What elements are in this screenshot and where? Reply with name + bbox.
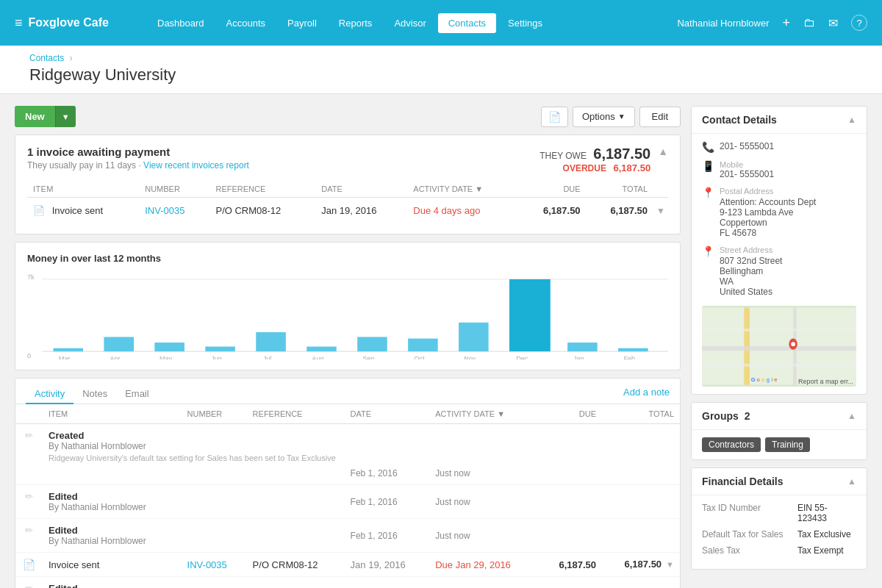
nav-settings[interactable]: Settings — [498, 13, 553, 33]
nav-dashboard[interactable]: Dashboard — [147, 13, 215, 33]
nav-payroll[interactable]: Payroll — [277, 13, 327, 33]
overdue-amount: 6,187.50 — [614, 162, 651, 173]
invoice-row-expand-2[interactable]: ▼ — [666, 560, 674, 569]
nav-accounts[interactable]: Accounts — [216, 13, 276, 33]
activity-item-title: Edited — [49, 583, 176, 588]
invoice-row-expand[interactable]: ▼ — [656, 206, 665, 216]
nav-advisor[interactable]: Advisor — [384, 13, 436, 33]
group-contractors[interactable]: Contractors — [702, 437, 761, 452]
tab-email[interactable]: Email — [116, 384, 158, 404]
activity-item-title: Created — [49, 430, 674, 441]
fin-label-tax-id: Tax ID Number — [702, 503, 797, 523]
options-button[interactable]: Options ▼ — [573, 107, 635, 127]
svg-rect-11 — [408, 339, 438, 351]
invoice-awaiting-title: 1 invoice awaiting payment — [27, 146, 249, 158]
they-owe-label: THEY OWE — [539, 151, 587, 161]
tab-notes[interactable]: Notes — [74, 384, 116, 404]
nav-right: Nathanial Hornblower + 🗀 ✉ ? — [677, 15, 867, 31]
activity-invoice-label: Invoice sent — [49, 559, 99, 570]
street-label: Street Address — [720, 245, 782, 254]
chart-svg: 7k 0 — [27, 271, 668, 359]
app-logo[interactable]: ≡ Foxglove Cafe — [15, 15, 132, 31]
nav-add-icon[interactable]: + — [782, 15, 790, 31]
nav-user[interactable]: Nathanial Hornblower — [677, 18, 769, 29]
svg-rect-8 — [256, 332, 286, 351]
invoice-activity-date: Due 4 days ago — [407, 198, 519, 224]
activity-item-desc: Ridgeway University's default tax settin… — [49, 453, 674, 462]
svg-text:Jul: Jul — [263, 354, 272, 359]
add-note-link[interactable]: Add a note — [623, 387, 670, 401]
fin-label-default-tax: Default Tax for Sales — [702, 529, 797, 539]
nav-mail-icon[interactable]: ✉ — [828, 16, 838, 30]
right-panel: Contact Details ▲ 📞 201- 5555001 📱 Mobil… — [691, 106, 867, 588]
svg-text:Oct: Oct — [414, 354, 425, 359]
svg-text:g: g — [767, 376, 770, 383]
street-line-1: 807 32nd Street — [720, 256, 782, 266]
table-row: 📄 Invoice sent INV-0035 P/O CRM08-12 Jan… — [27, 198, 668, 224]
invoice-number-link[interactable]: INV-0035 — [145, 205, 184, 216]
col-reference: REFERENCE — [209, 181, 315, 198]
edit-button[interactable]: Edit — [639, 107, 681, 127]
nav-contacts[interactable]: Contacts — [438, 13, 496, 33]
activity-tabs-bar: Activity Notes Email Add a note — [15, 379, 680, 404]
nav-reports[interactable]: Reports — [329, 13, 383, 33]
col-total: TOTAL — [587, 181, 653, 198]
invoice-table: ITEM NUMBER REFERENCE DATE ACTIVITY DATE… — [27, 181, 668, 223]
right-buttons: 📄 Options ▼ Edit — [541, 107, 681, 127]
svg-text:Dec: Dec — [516, 354, 528, 359]
svg-text:0: 0 — [27, 351, 31, 359]
collapse-financial-btn[interactable]: ▲ — [847, 476, 856, 487]
fin-label-sales-tax: Sales Tax — [702, 545, 797, 556]
group-training[interactable]: Training — [765, 437, 810, 452]
svg-rect-4 — [53, 348, 83, 351]
chart-card: Money in over last 12 months 7k 0 — [15, 242, 681, 370]
svg-rect-7 — [205, 347, 235, 352]
collapse-contact-btn[interactable]: ▲ — [847, 115, 856, 125]
activity-row-edited-1: ✏ Edited By Nathanial Hornblower Feb 1, … — [15, 485, 680, 519]
activity-inv-link[interactable]: INV-0035 — [187, 559, 227, 570]
invoice-date: Jan 19, 2016 — [315, 198, 407, 224]
collapse-invoice-button[interactable]: ▲ — [658, 146, 668, 157]
map-placeholder[interactable]: G o o g l e Report a map err... — [702, 306, 856, 387]
postal-icon: 📍 — [702, 187, 714, 198]
breadcrumb-parent[interactable]: Contacts — [29, 53, 64, 63]
svg-rect-6 — [154, 343, 184, 351]
svg-text:May: May — [159, 354, 172, 359]
svg-text:Nov: Nov — [464, 354, 476, 359]
new-button[interactable]: New — [15, 106, 55, 127]
menu-icon: ≡ — [15, 15, 23, 31]
report-map-error[interactable]: Report a map err... — [798, 378, 853, 385]
tab-activity[interactable]: Activity — [26, 384, 74, 404]
breadcrumb[interactable]: Contacts › — [29, 53, 853, 63]
activity-row-created-dates: Feb 1, 2016 Just now — [15, 468, 680, 485]
svg-text:7k: 7k — [27, 273, 35, 281]
street-line-4: United States — [720, 287, 782, 297]
col-activity-date[interactable]: ACTIVITY DATE ▼ — [407, 181, 519, 198]
new-button-dropdown[interactable]: ▼ — [55, 106, 76, 127]
svg-text:e: e — [774, 376, 777, 383]
activity-item-sub: By Nathanial Hornblower — [49, 502, 176, 512]
nav-help-icon[interactable]: ? — [851, 15, 867, 31]
mobile-icon: 📱 — [702, 160, 714, 172]
options-chevron-icon: ▼ — [618, 112, 625, 121]
pencil-icon: ✏ — [25, 491, 33, 502]
activity-row-created: ✏ Created By Nathanial Hornblower Ridgew… — [15, 424, 680, 469]
activity-row-invoice: 📄 Invoice sent INV-0035 P/O CRM08-12 Jan… — [15, 553, 680, 577]
page-title: Ridgeway University — [29, 65, 853, 85]
view-invoices-link[interactable]: View recent invoices report — [143, 160, 249, 171]
activity-row-edited-3: ✏ Edited By Nathanial Hornblower Jan 26,… — [15, 577, 680, 589]
svg-text:Jun: Jun — [211, 354, 222, 359]
they-owe-amount: 6,187.50 — [593, 146, 650, 162]
pencil-icon: ✏ — [25, 525, 33, 536]
invoice-due: 6,187.50 — [519, 198, 586, 224]
document-icon-button[interactable]: 📄 — [541, 107, 568, 127]
svg-rect-14 — [567, 343, 598, 351]
svg-text:G: G — [751, 376, 756, 383]
nav-folder-icon[interactable]: 🗀 — [803, 16, 815, 29]
invoice-doc-icon: 📄 — [33, 205, 45, 216]
svg-rect-31 — [702, 346, 856, 351]
top-nav: ≡ Foxglove Cafe Dashboard Accounts Payro… — [0, 0, 882, 46]
svg-text:Sep: Sep — [362, 354, 374, 359]
postal-line-1: Attention: Accounts Dept — [720, 197, 816, 207]
collapse-groups-btn[interactable]: ▲ — [847, 411, 856, 421]
